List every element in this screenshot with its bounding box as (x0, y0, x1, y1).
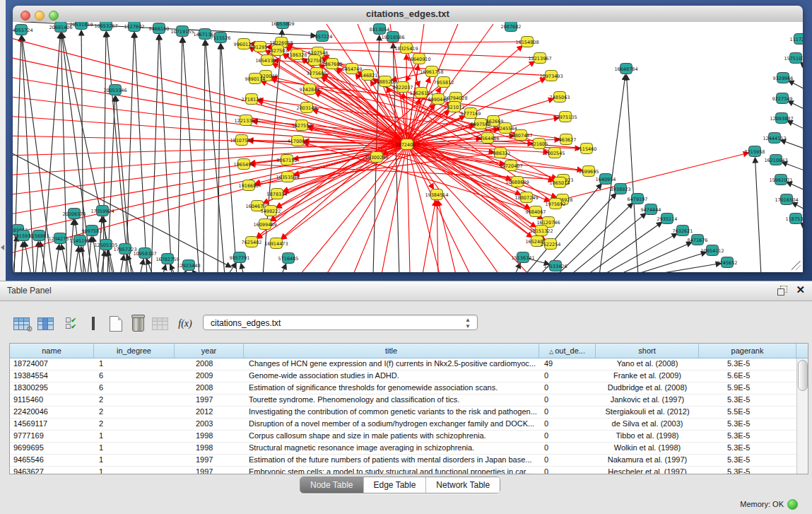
deselect-rows-icon[interactable] (83, 314, 103, 334)
table-row[interactable]: 1830029562008Estimation of significance … (10, 382, 797, 395)
table-row[interactable]: 1938455462009Genome-wide association stu… (10, 370, 797, 382)
graph-node-label: 2087682 (501, 24, 522, 30)
table-row[interactable]: 946554611997Estimation of the future num… (10, 455, 797, 467)
column-header-name[interactable]: name (10, 344, 94, 358)
node-attribute-table: namein_degreeyeartitle△out_de...shortpag… (9, 343, 808, 474)
canvas-resize-grip-icon[interactable] (792, 261, 801, 270)
table-cell: Structural magnetic resonance image aver… (244, 443, 539, 454)
graph-node-label: 16794028 (444, 95, 467, 101)
graph-node-label: 6479197 (628, 197, 648, 202)
graph-node-label: 9242844 (300, 87, 320, 93)
network-window-titlebar[interactable]: citations_edges.txt (13, 6, 803, 23)
tab-node-table[interactable]: Node Table (300, 477, 364, 493)
table-row[interactable]: 2242004622012Investigating the contribut… (10, 407, 797, 419)
table-cell: 14569117 (10, 419, 94, 430)
graph-node-label: 1002545 (545, 151, 565, 156)
table-row[interactable]: 969969511998Structural magnetic resonanc… (10, 443, 797, 455)
graph-nodes: 1872400799601258912954165433822242004698… (13, 22, 803, 271)
table-source-select[interactable]: citations_edges.txt ▲▼ (203, 315, 478, 330)
graph-node-label: 16648784 (614, 66, 637, 72)
table-vertical-scrollbar[interactable] (796, 358, 808, 474)
table-cell: 18724007 (10, 358, 94, 370)
table-row[interactable]: 946362711997Embryonic stem cells: a mode… (10, 467, 797, 474)
memory-ok-indicator-icon[interactable] (787, 499, 798, 510)
column-header-in_degree[interactable]: in_degree (94, 344, 175, 358)
tab-network-table[interactable]: Network Table (426, 477, 500, 493)
network-window: citations_edges.txt 18724007996012589129… (13, 6, 803, 272)
graph-node-label: 12444153 (763, 136, 786, 141)
table-cell: Estimation of significance thresholds fo… (244, 382, 539, 394)
table-row[interactable]: 1872400712008Changes of HCN gene express… (10, 358, 797, 370)
graph-node-label: 15885209 (373, 79, 396, 85)
graph-node-label: 1916682 (239, 183, 259, 189)
select-all-checks-icon[interactable]: ☐✔☐✔ (61, 314, 81, 334)
table-cell: 0 (539, 467, 596, 474)
citation-graph[interactable]: 1872400799601258912954165433822242004698… (13, 22, 803, 272)
table-cell: 2012 (175, 407, 244, 418)
network-canvas[interactable]: 1872400799601258912954165433822242004698… (13, 22, 803, 272)
table-cell: 0 (539, 407, 596, 418)
graph-node-label: 18724007 (395, 142, 418, 148)
column-header-year[interactable]: year (175, 344, 244, 358)
graph-node-label: 9329966 (773, 76, 794, 81)
graph-node-label: 10654112 (700, 248, 724, 254)
table-settings-icon[interactable]: ⚙ (11, 314, 31, 334)
select-column-icon[interactable] (35, 314, 55, 334)
column-header-out_de[interactable]: △out_de... (539, 344, 596, 358)
table-cell: Tourette syndrome. Phenomenology and cla… (244, 395, 539, 406)
graph-node-label: 8215958 (745, 149, 765, 155)
graph-node-label: 9115460 (577, 146, 597, 152)
new-table-icon[interactable] (106, 314, 126, 334)
graph-node-label: 3275685 (307, 71, 327, 76)
graph-node-label: 9684067 (526, 209, 546, 215)
graph-node-label: 1621072 (445, 105, 465, 110)
graph-node-label: 19218586 (381, 35, 404, 40)
graph-node-label: 5716485 (278, 256, 299, 262)
table-row[interactable]: 1456911722003Disruption of a novel membe… (10, 419, 797, 431)
delete-rows-trash-icon[interactable] (128, 314, 148, 334)
scrollbar-thumb[interactable] (798, 360, 808, 391)
column-header-pagerank[interactable]: pagerank (699, 344, 796, 358)
table-panel-header: Table Panel ✕ (0, 281, 812, 301)
close-panel-icon[interactable]: ✕ (796, 284, 805, 296)
table-row[interactable]: 977716911998Corpus callosum shape and si… (10, 431, 797, 443)
graph-node-label: 10719155 (170, 29, 194, 35)
graph-node-label: 7625402 (242, 240, 262, 245)
graph-node-label: 17359924 (90, 209, 114, 214)
table-row[interactable]: 911546021997Tourette syndrome. Phenomeno… (10, 395, 797, 407)
table-cell: Corpus callosum shape and size in male p… (244, 431, 539, 442)
graph-node-label: 16640910 (407, 57, 430, 62)
splitter-collapse-arrow-icon[interactable] (1, 245, 4, 250)
graph-node-label: 10807487 (509, 133, 532, 139)
graph-node-label: 7857224 (312, 34, 333, 40)
table-cell: 22420046 (10, 407, 94, 418)
column-header-title[interactable]: title (244, 344, 539, 358)
tab-edge-table[interactable]: Edge Table (364, 477, 427, 493)
table-type-tabs: Node TableEdge TableNetwork Table (300, 477, 500, 493)
float-panel-icon[interactable] (777, 286, 787, 295)
table-cell: 1 (94, 431, 175, 442)
graph-node-label: 1156863 (29, 233, 49, 239)
graph-node-label: 2522254 (541, 242, 561, 247)
graph-node-label: 16961758 (420, 69, 443, 75)
graph-node-label: 18807249 (514, 195, 538, 201)
graph-node-label: 15720407 (499, 163, 522, 169)
graph-node-label: 621605 (531, 141, 548, 147)
table-cell: 0 (539, 419, 596, 430)
table-cell: 1 (94, 358, 175, 370)
function-builder-icon[interactable]: f(x) (175, 314, 195, 334)
table-cell: Dudbridge et al. (2008) (596, 382, 699, 394)
graph-node-label: 10151322 (529, 228, 553, 234)
graph-node-label: 1975692 (546, 201, 566, 207)
table-cell: 2 (94, 419, 175, 430)
column-header-short[interactable]: short (596, 344, 699, 358)
graph-node-label: 20531819 (69, 22, 93, 28)
graph-node-label: 17533426 (543, 264, 567, 269)
graph-node-label: 9146821 (358, 73, 378, 78)
graph-node-label: 8454749 (342, 66, 363, 72)
graph-node-label: 16099489 (253, 222, 276, 228)
graph-node-label: 9474444 (641, 207, 661, 213)
graph-node-label: 12975135 (553, 115, 577, 120)
graph-node-label: 1965493 (234, 162, 254, 168)
table-cell: 2 (94, 395, 175, 406)
